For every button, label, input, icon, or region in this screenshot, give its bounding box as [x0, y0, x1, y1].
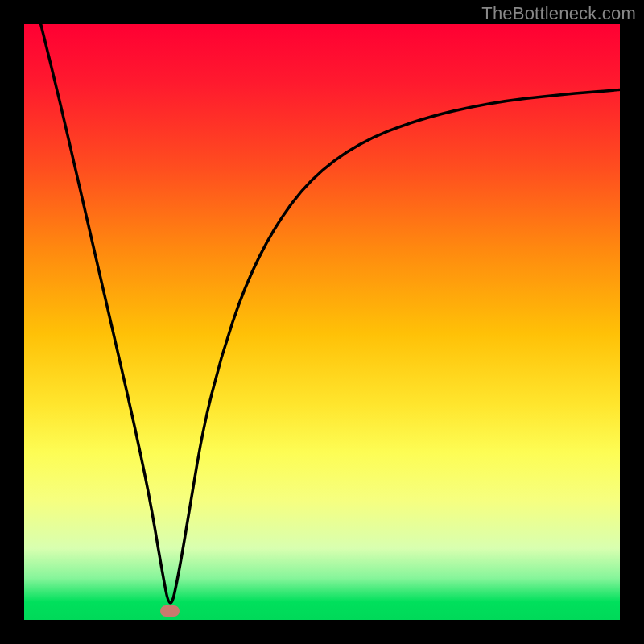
- optimal-marker: [160, 605, 180, 617]
- watermark-text: TheBottleneck.com: [481, 3, 636, 24]
- chart-frame: TheBottleneck.com: [0, 0, 644, 644]
- bottleneck-curve: [41, 24, 620, 603]
- curve-svg: [24, 24, 620, 620]
